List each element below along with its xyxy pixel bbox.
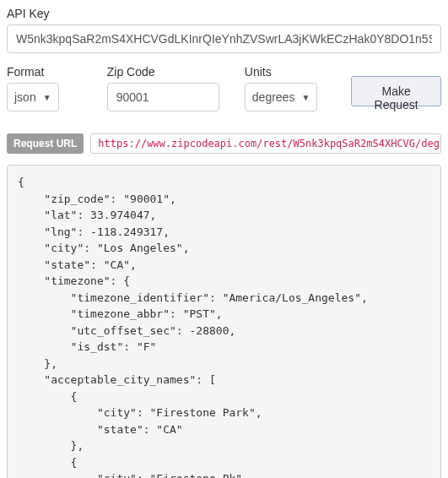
units-select[interactable]: degrees ▼ — [245, 83, 318, 111]
api-key-input[interactable] — [7, 24, 441, 53]
zipcode-group: Zip Code — [107, 65, 219, 111]
submit-group: Make Request — [351, 76, 441, 111]
zipcode-input[interactable] — [107, 83, 219, 111]
request-url-badge: Request URL — [7, 133, 84, 154]
request-url-value[interactable]: https://www.zipcodeapi.com/rest/W5nk3kpq… — [90, 133, 441, 154]
chevron-down-icon: ▼ — [301, 93, 310, 102]
format-selected-value: json — [14, 90, 36, 104]
api-key-group: API Key — [7, 7, 441, 53]
format-label: Format — [7, 65, 82, 79]
format-group: Format json ▼ — [7, 65, 82, 111]
units-label: Units — [245, 65, 334, 79]
chevron-down-icon: ▼ — [43, 93, 51, 102]
zipcode-label: Zip Code — [107, 65, 219, 79]
response-body[interactable]: { "zip_code": "90001", "lat": 33.974047,… — [7, 165, 441, 478]
make-request-button[interactable]: Make Request — [351, 76, 441, 106]
params-row: Format json ▼ Zip Code Units degrees ▼ M… — [7, 65, 441, 111]
units-group: Units degrees ▼ — [245, 65, 334, 111]
api-key-label: API Key — [7, 7, 441, 20]
format-select[interactable]: json ▼ — [7, 83, 59, 111]
units-selected-value: degrees — [252, 90, 295, 104]
request-url-row: Request URL https://www.zipcodeapi.com/r… — [7, 133, 441, 154]
